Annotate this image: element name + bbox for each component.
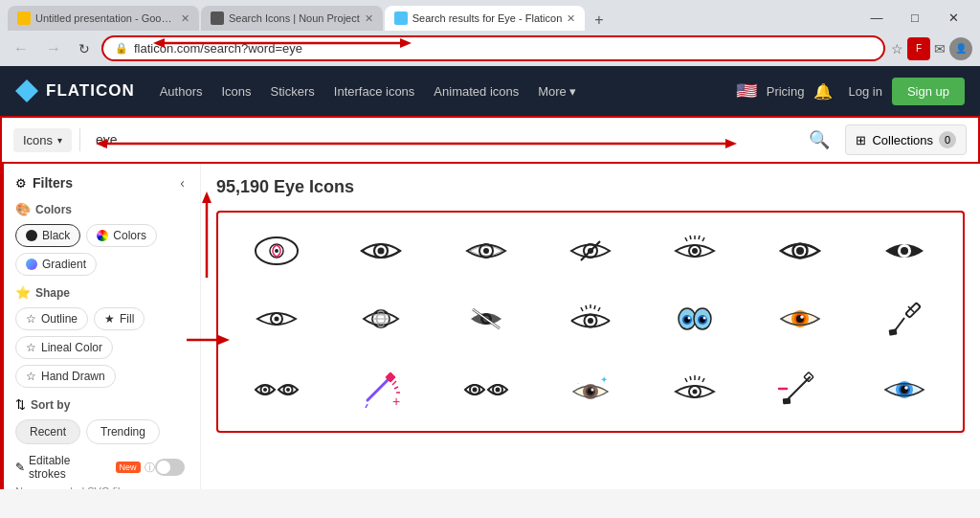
icon-cell-eye-swirl[interactable] [224,218,328,283]
grid-title: 95,190 Eye Icons [216,177,965,197]
svg-line-85 [685,378,687,382]
shape-section-title: Shape [35,286,70,300]
signup-button[interactable]: Sign up [892,78,965,105]
svg-line-86 [690,376,691,380]
collections-button[interactable]: ⊞ Collections 0 [845,124,967,155]
filters-title-row: ⚙ Filters [15,175,73,191]
maximize-button[interactable]: □ [896,4,934,31]
chevron-down-icon: ▾ [57,135,62,146]
new-tab-button[interactable]: + [587,10,611,31]
icon-cell-eye-outline-simple[interactable] [224,283,328,354]
profile-button[interactable]: 👤 [949,37,972,60]
address-bar[interactable]: 🔒 [101,35,885,61]
svg-point-63 [263,388,267,392]
pricing-link[interactable]: Pricing [767,84,805,99]
extension-button[interactable]: F [907,37,930,60]
login-button[interactable]: Log in [838,79,891,104]
filter-lineal[interactable]: ☆ Lineal Color [15,336,113,359]
icon-cell-eye-pair-cartoon[interactable] [434,354,538,425]
svg-text:+: + [392,394,400,409]
eye-strikethrough-icon [568,234,613,268]
tab-close-flaticon[interactable]: ✕ [567,12,575,25]
logo-text: FLATICON [46,81,135,101]
filter-gradient[interactable]: Gradient [15,253,97,276]
icon-cell-eye-hidden[interactable] [434,283,538,354]
filter-gradient-label: Gradient [42,258,86,271]
icon-row-2 [224,283,957,354]
tab-presentation[interactable]: Untitled presentation - Google... ✕ [8,6,199,31]
sort-recent[interactable]: Recent [15,419,80,444]
filter-fill[interactable]: ★ Fill [94,307,145,330]
icon-cell-eye-lashes-outline[interactable] [643,354,747,425]
nav-animated[interactable]: Animated icons [424,79,528,104]
svg-point-12 [483,248,489,254]
sort-trending[interactable]: Trending [86,419,160,444]
lineal-icon: ☆ [26,341,36,354]
icon-cell-eye-pair-outline[interactable] [224,354,328,425]
search-divider [79,128,80,151]
icon-cell-eye-bold[interactable] [747,218,852,283]
eye-filled-icon [881,234,927,268]
svg-point-57 [800,315,804,319]
svg-line-41 [581,307,583,311]
icon-cell-eye-basic[interactable] [328,218,433,283]
nav-interface[interactable]: Interface icons [324,79,425,104]
svg-text:✦: ✦ [600,374,608,385]
color-filters-row2: Gradient [15,253,185,276]
icon-cell-eye-realistic-blue[interactable] [853,354,957,425]
reload-button[interactable]: ↻ [73,38,96,59]
tab-close-noun[interactable]: ✕ [365,12,373,25]
search-input[interactable] [88,128,793,151]
search-type-selector[interactable]: Icons ▾ [13,128,72,152]
icon-cell-eye-filled[interactable] [853,218,957,283]
icon-cell-eye-realistic[interactable] [747,283,852,354]
filter-black[interactable]: Black [15,224,80,247]
svg-point-24 [796,247,804,255]
tab-noun[interactable]: Search Icons | Noun Project ✕ [201,6,383,31]
collapse-sidebar-button[interactable]: ‹ [180,175,185,191]
icon-cell-magic-wand[interactable]: + [328,354,433,425]
minimize-button[interactable]: — [858,4,896,31]
icon-cell-eye-globe[interactable] [328,283,433,354]
close-button[interactable]: ✕ [934,4,972,31]
notification-button[interactable]: 🔔 [813,82,833,101]
icon-cell-eye-lashes-open[interactable] [538,283,642,354]
tab-close-presentation[interactable]: ✕ [181,12,189,25]
icon-cell-eye-double[interactable] [434,218,538,283]
icon-cell-eye-strikethrough[interactable] [538,218,642,283]
icon-cell-eye-lashes[interactable] [643,218,747,283]
icon-cell-eye-cartoon-blue[interactable] [643,283,747,354]
nav-more[interactable]: More ▾ [528,79,586,104]
nav-icons[interactable]: Icons [212,79,260,104]
filter-colors[interactable]: Colors [86,224,157,247]
svg-point-28 [274,317,278,322]
editable-info-icon[interactable]: ⓘ [145,461,155,475]
icon-cell-eye-dropper-2[interactable] [747,354,852,425]
toggle-knob [157,461,170,474]
nav-stickers[interactable]: Stickers [261,79,324,104]
bookmark-button[interactable]: ☆ [891,41,903,56]
address-input[interactable] [134,41,872,56]
flaticon-logo[interactable]: FLATICON [15,79,135,102]
back-button[interactable]: ← [8,37,34,60]
tab-label-flaticon: Search results for Eye - Flaticon [412,12,563,24]
forward-button[interactable]: → [40,37,67,60]
svg-line-89 [702,378,704,382]
nav-authors[interactable]: Authors [150,79,212,104]
editable-toggle[interactable] [155,459,185,476]
collections-count-badge: 0 [939,131,956,148]
eye-dropper-icon [881,299,927,339]
icon-cell-eye-dropper[interactable] [853,283,957,354]
mail-button[interactable]: ✉ [934,41,946,56]
editable-strokes-row: ✎ Editable strokes New ⓘ [15,454,185,481]
eye-lashes-icon [672,234,718,268]
tab-favicon-presentation [17,11,31,25]
tab-flaticon[interactable]: Search results for Eye - Flaticon ✕ [385,6,586,31]
search-submit-button[interactable]: 🔍 [801,125,837,154]
icon-cell-eye-sparkle[interactable]: ✦ · [538,354,642,425]
filter-hand-drawn[interactable]: ☆ Hand Drawn [15,365,116,388]
sort-section: ⇅ Sort by Recent Trending [15,397,185,444]
filter-outline[interactable]: ☆ Outline [15,307,88,330]
magic-wand-icon: + [358,370,404,410]
fill-icon: ★ [104,312,115,326]
